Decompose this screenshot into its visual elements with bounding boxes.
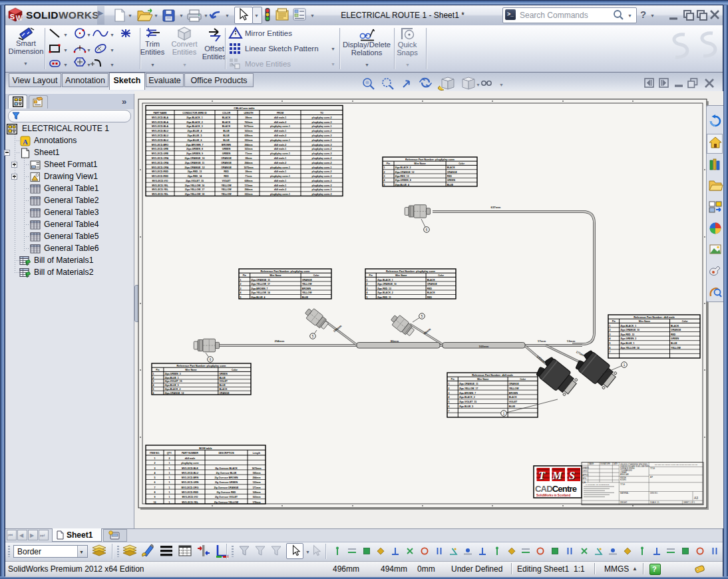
svg-text:6: 6 [210,358,212,361]
svg-text:CHK'D: CHK'D [582,470,588,473]
svg-text:2lga-BLACK_2: 2lga-BLACK_2 [377,291,393,294]
svg-text:2lga-ORANGE_11: 2lga-ORANGE_11 [459,383,478,385]
svg-text:plug&play conn-3: plug&play conn-3 [312,134,332,137]
svg-text:2lg Overuse BROWN: 2lg Overuse BROWN [214,477,238,479]
svg-text:2lga-GREEN_9: 2lga-GREEN_9 [186,152,203,155]
svg-text:Pin: Pin [387,162,390,165]
svg-text:MV3-2ICD-BLK: MV3-2ICD-BLK [182,467,198,470]
svg-text:Color: Color [438,274,445,277]
svg-text:6: 6 [449,405,450,408]
svg-text:Pin: Pin [243,274,246,277]
svg-text:MV3-2ICD-BLU: MV3-2ICD-BLU [182,472,198,475]
svg-text:Reference Part Number: db9 mal: Reference Part Number: db9 male [472,374,513,377]
svg-text:RED: RED [224,175,229,178]
svg-text:2: 2 [169,457,170,460]
svg-text:BROWN: BROWN [302,288,311,290]
svg-text:5: 5 [240,296,242,299]
svg-text:2lga-GREEN_3: 2lga-GREEN_3 [165,373,181,375]
svg-text:MV3-2ICD-GRN: MV3-2ICD-GRN [182,481,199,484]
svg-text:BLACK: BLACK [219,388,228,391]
svg-text:1: 1 [169,486,170,489]
svg-text:BLACK: BLACK [427,279,436,282]
svg-text:103mm: 103mm [244,130,252,132]
svg-text:plug&play conn-2: plug&play conn-2 [312,170,332,173]
svg-text:1: 1 [169,472,170,475]
svg-text:1: 1 [169,501,170,504]
svg-text:ORANGE: ORANGE [671,329,681,331]
svg-text:db9 male-1: db9 male-1 [274,170,287,173]
svg-text:Wire Name: Wire Name [477,378,489,381]
svg-text:Pin: Pin [156,369,159,371]
svg-text:A: A [23,137,28,145]
svg-text:2: 2 [240,283,242,286]
svg-text:MV3-2ICD-RED: MV3-2ICD-RED [152,175,169,178]
svg-text:7: 7 [449,410,450,413]
svg-text:MV3-2ICD-ORA: MV3-2ICD-ORA [152,166,169,169]
svg-text:QTY.: QTY. [167,452,172,455]
svg-text:6: 6 [153,392,154,395]
svg-text:CBL&Conn table: CBL&Conn table [234,106,255,110]
svg-text:17mm: 17mm [538,339,546,343]
svg-text:MV3-2ICD-BLU: MV3-2ICD-BLU [152,130,168,132]
svg-text:2lga-BLUE_1: 2lga-BLUE_1 [165,377,179,379]
svg-text:2lga-VIOLET_15: 2lga-VIOLET_15 [459,401,476,403]
svg-text:6: 6 [426,228,428,232]
svg-text:plug&play conn-3: plug&play conn-3 [312,180,332,182]
svg-text:5: 5 [312,335,314,338]
svg-text:1: 1 [169,477,170,479]
svg-text:108mm: 108mm [252,491,260,494]
svg-text:ORANGE: ORANGE [219,392,230,395]
svg-text:4: 4 [154,472,156,475]
svg-text:2lga-BLUE_4: 2lga-BLUE_4 [251,296,265,299]
svg-text:294mm: 294mm [244,162,252,164]
svg-text:ANGULAR:: ANGULAR: [620,473,630,476]
svg-text:10: 10 [154,501,156,504]
svg-text:PART NAME: PART NAME [154,112,168,114]
svg-text:ORANGE: ORANGE [221,157,232,160]
svg-text:71mm: 71mm [245,175,252,178]
svg-text:2lga-YELLOW_18: 2lga-YELLOW_18 [185,193,204,196]
svg-text:2lga-BLUE_1: 2lga-BLUE_1 [620,342,634,345]
svg-text:db9 male-1: db9 male-1 [274,157,287,160]
svg-text:BROWN: BROWN [222,144,231,146]
svg-text:BLACK: BLACK [447,166,456,169]
svg-text:db9 male-2: db9 male-2 [274,121,287,124]
svg-text:A/F: A/F [650,476,653,479]
svg-text:Color: Color [313,274,320,277]
svg-text:ORANGE: ORANGE [427,283,438,286]
svg-text:db9 male-2: db9 male-2 [274,188,287,191]
svg-text:Wire Name: Wire Name [185,369,197,371]
svg-text:YELLOW: YELLOW [221,188,232,191]
svg-text:YELLOW: YELLOW [221,184,232,187]
svg-text:MV3-2ICD-BLA: MV3-2ICD-BLA [152,116,168,119]
svg-text:DWG NO.: DWG NO. [650,492,658,494]
svg-text:ORANGE: ORANGE [509,383,520,385]
svg-text:1: 1 [610,325,611,327]
svg-text:1: 1 [169,491,170,494]
svg-text:plug&play conn-3: plug&play conn-3 [312,139,332,142]
svg-text:plug&play conn-3: plug&play conn-3 [312,175,332,178]
svg-text:A3: A3 [694,496,698,500]
svg-text:Reference Part Number: plug&pl: Reference Part Number: plug&play conn [405,158,455,161]
svg-text:2lg Overuse GREEN: 2lg Overuse GREEN [215,481,238,484]
svg-text:2lga-BLACK_2: 2lga-BLACK_2 [395,166,411,169]
svg-text:1: 1 [503,412,505,415]
svg-text:plug&play conn-1: plug&play conn-1 [270,152,290,155]
svg-text:4: 4 [367,291,368,294]
svg-text:MV3-2ICD-BLA: MV3-2ICD-BLA [152,125,168,128]
svg-text:CONDUCTOR-WIRE ID: CONDUCTOR-WIRE ID [182,112,207,114]
svg-text:762mm: 762mm [244,121,252,124]
svg-text:BROWN: BROWN [509,392,518,395]
svg-text:SCALE: 1:5: SCALE: 1:5 [650,501,659,504]
svg-text:MV3-2ICD-ORG: MV3-2ICD-ORG [182,486,199,489]
svg-text:db9 male: db9 male [185,457,195,460]
svg-text:NAME: NAME [589,463,594,465]
svg-text:db9 male-2: db9 male-2 [274,162,287,164]
svg-text:38mm: 38mm [245,116,252,119]
svg-text:plug&play conn-3: plug&play conn-3 [312,121,332,124]
svg-text:1: 1 [169,467,170,470]
svg-text:plug&play conn: plug&play conn [181,462,199,465]
svg-text:DESCRIPTION: DESCRIPTION [218,452,234,455]
svg-text:SIGNATURE: SIGNATURE [600,463,610,465]
svg-text:BLUE: BLUE [509,405,516,408]
